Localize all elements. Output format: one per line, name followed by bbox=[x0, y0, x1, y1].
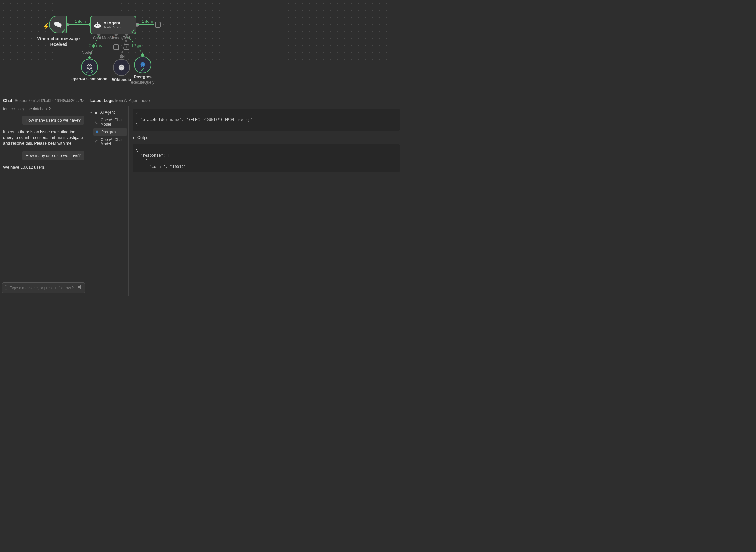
port-label-tool: Tool bbox=[123, 36, 130, 40]
add-node-button[interactable]: + bbox=[155, 22, 161, 27]
robot-icon bbox=[94, 22, 101, 28]
tree-item-openai-2[interactable]: OpenAI Chat Model bbox=[93, 136, 127, 148]
chat-input[interactable] bbox=[10, 286, 74, 290]
svg-point-25 bbox=[141, 63, 142, 64]
wikipedia-node[interactable] bbox=[113, 59, 130, 76]
edge-label-2: 1 item bbox=[142, 19, 153, 24]
chat-agent-message: We have 10,012 users. bbox=[3, 165, 84, 170]
robot-icon bbox=[94, 110, 99, 115]
add-memory-button[interactable]: + bbox=[113, 44, 119, 50]
svg-rect-22 bbox=[94, 25, 95, 27]
postgres-icon bbox=[95, 130, 99, 134]
svg-text:Model: Model bbox=[81, 50, 92, 55]
tree-item-openai-1[interactable]: OpenAI Chat Model bbox=[93, 116, 127, 128]
add-tool-button[interactable]: + bbox=[124, 44, 129, 50]
check-icon: ✓ 2 bbox=[86, 69, 93, 75]
svg-point-35 bbox=[96, 111, 97, 112]
svg-rect-20 bbox=[96, 25, 97, 26]
trigger-bolt-icon: ⚡ bbox=[43, 23, 50, 30]
chat-session-id: Session 057c4d2ba0b046648cb5263088d... bbox=[15, 99, 80, 103]
logs-header: Latest Logs from AI Agent node bbox=[87, 95, 403, 106]
send-icon bbox=[76, 284, 82, 290]
openai-icon bbox=[95, 120, 99, 124]
logs-detail: { "placeholder_name": "SELECT COUNT(*) F… bbox=[129, 106, 403, 296]
output-section-header[interactable]: ▾ Output bbox=[133, 135, 399, 140]
port-label-chat-model: Chat Model* bbox=[93, 36, 114, 40]
chevron-down-icon: ▾ bbox=[133, 135, 135, 140]
logs-tree: ▾ AI Agent OpenAI Chat Model bbox=[87, 106, 129, 296]
openai-chat-model-node[interactable]: ✓ 2 bbox=[81, 58, 98, 76]
tree-item-ai-agent[interactable]: ▾ AI Agent bbox=[88, 109, 127, 116]
chat-input-container: ⌃ ⌄ bbox=[2, 282, 85, 293]
svg-rect-23 bbox=[100, 25, 101, 27]
svg-point-17 bbox=[97, 22, 98, 23]
trigger-node-label: When chat message received bbox=[30, 36, 87, 47]
check-icon: ✓ bbox=[131, 28, 135, 35]
svg-text:1 item: 1 item bbox=[131, 43, 142, 48]
logs-pane: Latest Logs from AI Agent node ▾ AI Agen… bbox=[87, 95, 403, 296]
edge-label-1: 1 item bbox=[75, 19, 86, 24]
refresh-session-button[interactable]: ↻ bbox=[80, 98, 84, 103]
agent-subtitle: Tools Agent bbox=[104, 25, 122, 29]
postgres-node-label: Postgres executeQuery bbox=[114, 75, 171, 85]
svg-point-36 bbox=[96, 121, 99, 124]
chat-messages[interactable]: for accessing the database? How many use… bbox=[0, 106, 87, 280]
chat-message-cutoff: for accessing the database? bbox=[3, 107, 84, 111]
check-icon: ✓ bbox=[61, 28, 66, 35]
svg-point-16 bbox=[57, 23, 62, 27]
chat-agent-message: It seems there is an issue executing the… bbox=[3, 129, 84, 147]
svg-text:2 items: 2 items bbox=[88, 43, 102, 48]
chevron-down-icon: ▾ bbox=[90, 111, 92, 114]
bottom-panel: Chat Session 057c4d2ba0b046648cb5263088d… bbox=[0, 95, 403, 296]
history-arrows[interactable]: ⌃ ⌄ bbox=[5, 285, 7, 291]
svg-point-24 bbox=[119, 64, 124, 70]
agent-title: AI Agent bbox=[104, 21, 122, 25]
port-label-memory: Memory bbox=[110, 36, 123, 40]
chat-bubbles-icon bbox=[54, 21, 62, 28]
svg-point-26 bbox=[143, 63, 144, 64]
tree-item-postgres[interactable]: Postgres bbox=[93, 128, 127, 136]
chat-pane: Chat Session 057c4d2ba0b046648cb5263088d… bbox=[0, 95, 87, 296]
svg-rect-11 bbox=[120, 55, 123, 58]
chevron-down-icon: ⌄ bbox=[5, 288, 7, 291]
svg-rect-21 bbox=[98, 25, 99, 26]
send-button[interactable] bbox=[76, 284, 82, 291]
chat-title: Chat bbox=[3, 98, 12, 103]
svg-rect-19 bbox=[95, 24, 100, 27]
logs-body: ▾ AI Agent OpenAI Chat Model bbox=[87, 106, 403, 296]
chat-user-message: How many users do we have? bbox=[22, 151, 84, 160]
wikipedia-icon bbox=[118, 64, 125, 71]
output-json-block[interactable]: { "response": [ { "count": "10012" bbox=[133, 144, 399, 172]
postgres-node[interactable]: ✓ bbox=[134, 56, 151, 74]
chat-header: Chat Session 057c4d2ba0b046648cb5263088d… bbox=[0, 95, 87, 106]
ai-agent-node[interactable]: AI Agent Tools Agent bbox=[90, 16, 136, 34]
check-icon: ✓ bbox=[141, 67, 145, 72]
svg-text:Tool: Tool bbox=[118, 54, 125, 58]
openai-icon bbox=[95, 140, 99, 144]
chat-user-message: How many users do we have? bbox=[22, 116, 84, 125]
svg-point-37 bbox=[96, 141, 99, 143]
input-json-block[interactable]: { "placeholder_name": "SELECT COUNT(*) F… bbox=[133, 109, 399, 131]
svg-rect-34 bbox=[95, 112, 98, 114]
